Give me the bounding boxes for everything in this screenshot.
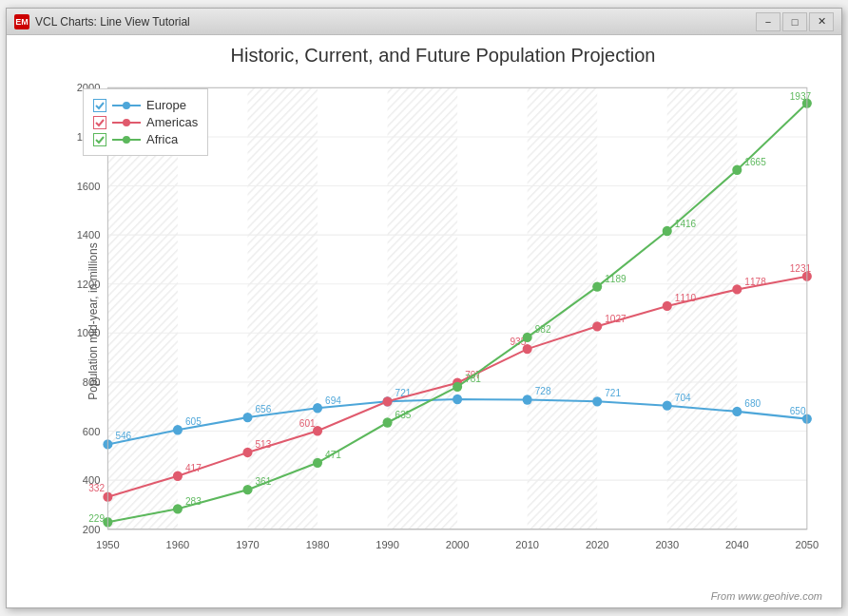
app-icon: EM <box>14 14 29 29</box>
source-label: From www.geohive.com <box>711 590 822 602</box>
svg-text:417: 417 <box>185 463 202 473</box>
title-bar: EM VCL Charts: Line View Tutorial − □ ✕ <box>7 9 841 35</box>
svg-text:1950: 1950 <box>96 539 120 550</box>
svg-text:332: 332 <box>88 483 105 493</box>
svg-text:656: 656 <box>256 404 272 414</box>
svg-text:471: 471 <box>325 450 341 460</box>
svg-text:1189: 1189 <box>605 274 626 284</box>
legend-label-europe: Europe <box>146 98 186 112</box>
svg-text:1980: 1980 <box>306 539 330 550</box>
svg-text:1400: 1400 <box>77 229 101 241</box>
svg-text:2040: 2040 <box>725 539 749 550</box>
europe-point-2020[interactable] <box>592 396 602 406</box>
svg-text:1027: 1027 <box>605 314 626 324</box>
africa-point-2010[interactable] <box>523 333 532 342</box>
africa-point-1970[interactable] <box>242 485 252 494</box>
americas-point-1970[interactable] <box>242 448 252 457</box>
svg-text:982: 982 <box>535 324 551 335</box>
svg-text:283: 283 <box>185 496 202 507</box>
close-button[interactable]: ✕ <box>809 12 834 31</box>
window-controls: − □ ✕ <box>756 12 834 31</box>
europe-point-2030[interactable] <box>663 401 672 411</box>
svg-text:2020: 2020 <box>586 539 609 550</box>
americas-point-1960[interactable] <box>173 472 183 481</box>
legend-checkbox-europe[interactable] <box>93 99 106 112</box>
svg-text:605: 605 <box>185 416 202 427</box>
svg-text:1665: 1665 <box>744 157 766 167</box>
europe-point-1960[interactable] <box>173 425 183 434</box>
africa-point-2020[interactable] <box>592 281 602 291</box>
svg-text:1110: 1110 <box>675 293 697 303</box>
svg-text:781: 781 <box>465 374 481 384</box>
svg-text:721: 721 <box>605 388 621 398</box>
svg-text:704: 704 <box>675 392 691 402</box>
svg-text:600: 600 <box>83 426 100 437</box>
svg-text:1416: 1416 <box>675 219 697 229</box>
maximize-button[interactable]: □ <box>782 12 807 31</box>
svg-text:650: 650 <box>790 406 806 416</box>
legend-label-africa: Africa <box>146 132 178 146</box>
legend: Europe Americas Af <box>83 88 208 156</box>
y-axis-label: Population mid-year, in millions <box>87 242 100 399</box>
svg-text:513: 513 <box>256 439 272 450</box>
svg-rect-3 <box>388 87 458 529</box>
svg-text:1990: 1990 <box>376 539 399 550</box>
minimize-button[interactable]: − <box>756 12 781 31</box>
europe-point-1970[interactable] <box>242 413 252 422</box>
svg-text:601: 601 <box>299 418 316 429</box>
svg-text:728: 728 <box>535 386 551 396</box>
americas-point-1990[interactable] <box>383 396 393 406</box>
svg-text:200: 200 <box>83 524 100 535</box>
svg-text:2030: 2030 <box>655 539 679 550</box>
svg-text:1937: 1937 <box>790 91 812 102</box>
svg-rect-4 <box>528 87 598 529</box>
americas-point-2040[interactable] <box>732 284 742 294</box>
svg-text:229: 229 <box>88 513 105 524</box>
europe-point-2010[interactable] <box>523 395 532 404</box>
africa-point-2030[interactable] <box>663 226 672 236</box>
svg-text:2000: 2000 <box>446 539 470 550</box>
legend-item-europe: Europe <box>93 98 198 112</box>
main-window: EM VCL Charts: Line View Tutorial − □ ✕ … <box>6 8 842 608</box>
svg-text:361: 361 <box>256 476 272 487</box>
svg-text:2050: 2050 <box>796 539 819 550</box>
svg-rect-5 <box>667 87 738 529</box>
svg-text:635: 635 <box>395 410 412 420</box>
legend-item-africa: Africa <box>93 132 198 146</box>
europe-point-2000[interactable] <box>453 395 462 404</box>
svg-rect-2 <box>247 87 318 529</box>
europe-point-1980[interactable] <box>313 403 322 413</box>
americas-point-2020[interactable] <box>592 321 602 331</box>
svg-text:694: 694 <box>325 395 341 406</box>
africa-point-2040[interactable] <box>732 165 742 175</box>
legend-item-americas: Americas <box>93 115 198 129</box>
svg-text:680: 680 <box>744 398 761 409</box>
svg-text:1231: 1231 <box>790 263 812 274</box>
window-title: VCL Charts: Line View Tutorial <box>35 15 756 29</box>
chart-title: Historic, Current, and Future Population… <box>60 45 826 67</box>
svg-text:1178: 1178 <box>744 277 766 287</box>
africa-point-2000[interactable] <box>453 382 462 392</box>
svg-text:2010: 2010 <box>515 539 539 550</box>
africa-point-1980[interactable] <box>313 458 322 468</box>
svg-text:546: 546 <box>115 431 131 441</box>
svg-text:1600: 1600 <box>77 181 101 192</box>
europe-point-2040[interactable] <box>732 407 742 416</box>
legend-label-americas: Americas <box>146 115 198 129</box>
legend-checkbox-africa[interactable] <box>93 133 106 146</box>
svg-text:1970: 1970 <box>236 539 260 550</box>
americas-point-2030[interactable] <box>663 301 672 311</box>
svg-text:1960: 1960 <box>166 539 190 550</box>
legend-checkbox-americas[interactable] <box>93 116 106 129</box>
africa-point-1990[interactable] <box>383 417 393 427</box>
africa-point-1960[interactable] <box>173 504 183 513</box>
